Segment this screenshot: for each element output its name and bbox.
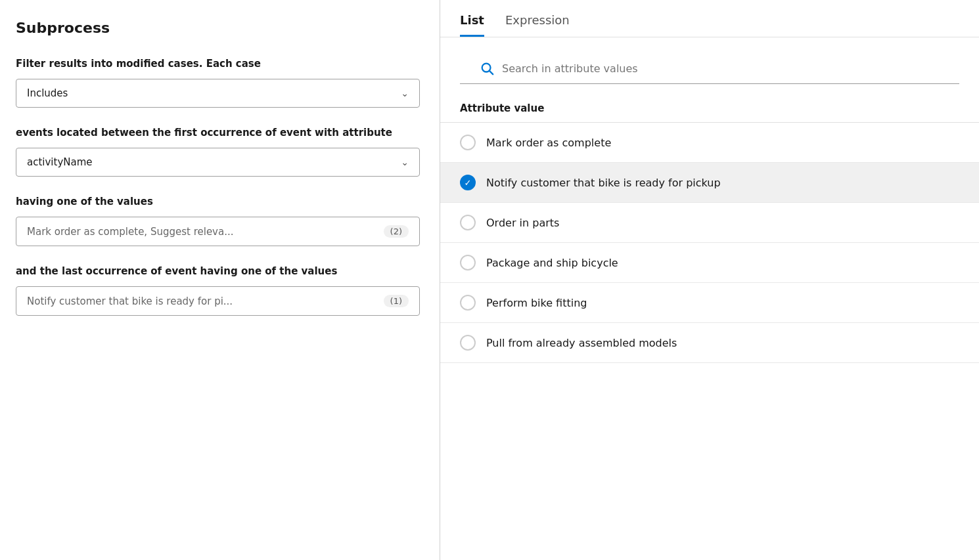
attribute-value: activityName	[27, 156, 93, 168]
search-icon	[480, 61, 494, 75]
events-label: events located between the first occurre…	[16, 126, 420, 140]
last-label: and the last occurrence of event having …	[16, 265, 420, 278]
having-field[interactable]: Mark order as complete, Suggest releva..…	[16, 217, 420, 246]
row-text-4: Package and ship bicycle	[486, 257, 618, 269]
row-checkbox-1[interactable]	[460, 135, 476, 150]
includes-value: Includes	[27, 87, 68, 99]
table-row[interactable]: Notify customer that bike is ready for p…	[440, 163, 979, 203]
row-checkbox-3[interactable]	[460, 215, 476, 230]
attribute-dropdown[interactable]: activityName ⌄	[16, 148, 420, 177]
right-panel: List Expression Attribute value Mark ord…	[440, 0, 979, 560]
left-panel: Subprocess Filter results into modified …	[0, 0, 440, 560]
chevron-down-icon-2: ⌄	[401, 157, 409, 167]
table-row[interactable]: Pull from already assembled models	[440, 323, 979, 363]
last-value: Notify customer that bike is ready for p…	[27, 295, 233, 307]
row-checkbox-2[interactable]	[460, 175, 476, 190]
having-label: having one of the values	[16, 195, 420, 209]
svg-line-1	[489, 71, 493, 74]
table-row[interactable]: Order in parts	[440, 203, 979, 243]
search-area	[460, 48, 959, 84]
search-input[interactable]	[502, 62, 940, 75]
chevron-down-icon: ⌄	[401, 88, 409, 98]
row-text-3: Order in parts	[486, 217, 559, 229]
filter-label: Filter results into modified cases. Each…	[16, 57, 420, 71]
includes-dropdown[interactable]: Includes ⌄	[16, 79, 420, 108]
tab-expression[interactable]: Expression	[505, 13, 570, 37]
last-field[interactable]: Notify customer that bike is ready for p…	[16, 286, 420, 316]
row-text-6: Pull from already assembled models	[486, 337, 677, 349]
table-row[interactable]: Perform bike fitting	[440, 283, 979, 323]
tab-bar: List Expression	[440, 0, 979, 37]
row-text-5: Perform bike fitting	[486, 297, 587, 309]
row-text-2: Notify customer that bike is ready for p…	[486, 177, 721, 189]
last-badge: (1)	[384, 295, 409, 307]
row-checkbox-6[interactable]	[460, 335, 476, 351]
table-header: Attribute value	[440, 95, 979, 123]
row-text-1: Mark order as complete	[486, 137, 611, 149]
having-badge: (2)	[384, 225, 409, 238]
table-row[interactable]: Mark order as complete	[440, 123, 979, 163]
attribute-table: Attribute value Mark order as complete N…	[440, 95, 979, 560]
page-title: Subprocess	[16, 20, 420, 36]
tab-list[interactable]: List	[460, 13, 484, 37]
having-value: Mark order as complete, Suggest releva..…	[27, 226, 234, 238]
row-checkbox-5[interactable]	[460, 295, 476, 311]
row-checkbox-4[interactable]	[460, 255, 476, 270]
table-row[interactable]: Package and ship bicycle	[440, 243, 979, 283]
